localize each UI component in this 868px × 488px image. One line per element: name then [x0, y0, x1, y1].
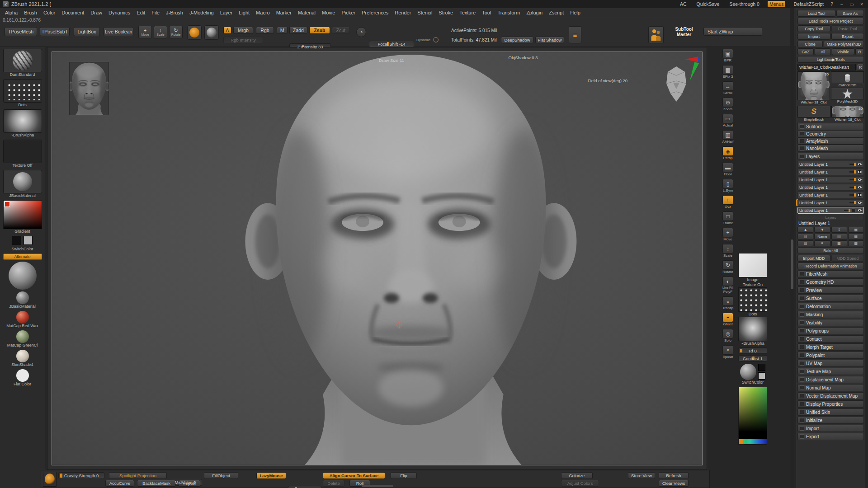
gravity-preview-icon[interactable] — [43, 472, 57, 487]
make-polymesh3d-button[interactable]: Make PolyMesh3D — [824, 41, 864, 47]
tray-switchcolor[interactable] — [758, 364, 765, 380]
layer-intensity-slider[interactable] — [849, 194, 856, 196]
restore-icon[interactable]: ▭ — [848, 1, 855, 7]
menu-item[interactable]: Alpha — [2, 9, 21, 16]
layer-tool-button[interactable]: ▦ — [848, 234, 864, 239]
right-shelf-button[interactable]: ▦ SPix 3 — [720, 65, 736, 79]
visibility-eye-icon[interactable] — [857, 178, 862, 181]
active-tool-r-button[interactable]: R — [857, 64, 864, 70]
alternate-toggle[interactable]: Alternate — [3, 253, 42, 260]
goz-visible-button[interactable]: Visible — [832, 48, 854, 55]
mdd-speed-button[interactable]: MDD Speed — [831, 255, 864, 262]
right-shelf-button[interactable]: ▥ AAHalf — [720, 130, 736, 144]
stroke-slot[interactable]: Dots — [737, 287, 769, 317]
layer-tool-button[interactable]: ▦ — [848, 240, 864, 246]
right-shelf-button[interactable]: ◓ Ghost — [720, 313, 736, 326]
adjust-colors-button[interactable]: Adjust Colors — [561, 480, 599, 487]
menu-item[interactable]: Help — [567, 9, 584, 16]
section-header[interactable]: Morph Target — [797, 343, 864, 351]
backfacemask-button[interactable]: BackfaceMask — [137, 480, 176, 487]
layer-tool-button[interactable]: ▤ — [831, 234, 847, 239]
document-area[interactable] — [52, 52, 703, 465]
slider-knob[interactable] — [740, 349, 742, 352]
switch-color[interactable]: SwitchColor — [3, 236, 42, 252]
layer-tool-button[interactable]: ⇧ — [831, 227, 847, 233]
right-shelf-button[interactable]: ◐ Line Fill PolyF — [720, 277, 736, 294]
menu-item[interactable]: Transform — [494, 9, 523, 16]
menu-item[interactable]: Light — [236, 9, 253, 16]
section-header[interactable]: Export — [797, 433, 864, 440]
start-zwrap-button[interactable]: Start ZWrap — [703, 27, 762, 36]
spotlight-projection-button[interactable]: Spotlight Projection — [109, 472, 167, 479]
texture-on-label[interactable]: Texture On — [737, 282, 769, 287]
visibility-eye-icon[interactable] — [857, 163, 862, 166]
right-shelf-button[interactable]: ▣ BPR — [720, 49, 736, 62]
menu-item[interactable]: Render — [392, 9, 414, 16]
menu-item[interactable]: Color — [40, 9, 58, 16]
section-header[interactable]: Polypaint — [797, 352, 864, 359]
rgb-button[interactable]: Rgb — [256, 27, 274, 34]
menu-item[interactable]: Preferences — [359, 9, 392, 16]
texture-slot[interactable]: Image Texture On — [737, 253, 769, 287]
menu-item[interactable]: Brush — [21, 9, 40, 16]
alpha-selector[interactable]: ~BrushAlpha — [3, 109, 42, 138]
clear-views-button[interactable]: Clear Views — [659, 480, 689, 487]
layer-row[interactable]: Untitled Layer 1 — [797, 207, 864, 214]
section-header[interactable]: Texture Map — [797, 368, 864, 375]
sculpt-head-render[interactable] — [52, 52, 702, 465]
menu-item[interactable]: File — [148, 9, 163, 16]
load-tool-button[interactable]: Load Tool — [797, 10, 835, 17]
scale-button[interactable]: ↕ Scale — [154, 26, 167, 38]
copy-tool-button[interactable]: Copy Tool — [797, 25, 830, 32]
tool-palette-scrollbar[interactable] — [790, 8, 794, 488]
right-shelf-button[interactable]: □ Frame — [720, 211, 736, 225]
right-shelf-button[interactable]: ▬ Floor — [720, 163, 736, 176]
visibility-eye-icon[interactable] — [857, 209, 862, 212]
fillobject-button[interactable]: FillObject — [204, 472, 238, 479]
color-picker[interactable]: Gradient — [3, 200, 42, 234]
texture-selector[interactable]: Texture Off — [3, 140, 42, 168]
section-header[interactable]: Import — [797, 425, 864, 432]
field-of-view-slider[interactable]: Field of view(deg) 20 — [582, 77, 633, 84]
simplebrush-thumb[interactable]: S SimpleBrush — [797, 106, 830, 122]
rgb-intensity-slider[interactable]: Rgb Intensity — [223, 37, 263, 43]
layer-row[interactable]: Untitled Layer 1 — [797, 199, 864, 206]
right-shelf-button[interactable]: + Move — [720, 228, 736, 241]
minimize-icon[interactable]: – — [838, 1, 845, 7]
material-preview[interactable] — [3, 262, 42, 290]
section-header[interactable]: Visibility — [797, 319, 864, 326]
layer-strength-slider[interactable]: Layers — [797, 215, 864, 220]
right-shelf-button[interactable]: ▭ Actual — [720, 114, 736, 127]
menu-item[interactable]: Zscript — [546, 9, 567, 16]
visibility-eye-icon[interactable] — [857, 201, 862, 204]
right-shelf-button[interactable]: ▯ L.Sym — [720, 179, 736, 192]
accucurve-button[interactable]: AccuCurve — [105, 480, 134, 487]
tposemesh-button[interactable]: TPoseMesh — [5, 27, 37, 36]
tray-material-sphere[interactable] — [740, 364, 756, 380]
layer-row[interactable]: Untitled Layer 1 — [797, 169, 864, 175]
titlebar-button[interactable]: AC — [678, 1, 689, 7]
menu-item[interactable]: Macro — [253, 9, 273, 16]
section-header[interactable]: Display Properties — [797, 400, 864, 408]
bottom-scrollbar-nub[interactable] — [362, 485, 393, 487]
material-item[interactable]: Flat Color — [3, 369, 42, 387]
section-header[interactable]: Unified Skin — [797, 408, 864, 416]
section-header[interactable]: Deformation — [797, 303, 864, 310]
contrast-slider[interactable]: Contrast 1 — [738, 355, 767, 361]
mrgb-button[interactable]: Mrgb — [233, 27, 253, 34]
visibility-eye-icon[interactable] — [857, 186, 862, 189]
section-header[interactable]: Polygroups — [797, 327, 864, 334]
secondary-color-swatch[interactable] — [24, 236, 33, 245]
colorize-button[interactable]: Colorize — [561, 472, 593, 479]
rotate-button[interactable]: ↻ Rotate — [169, 26, 183, 38]
right-shelf-button[interactable]: × Xpose — [720, 345, 736, 359]
goz-r-button[interactable]: R — [855, 48, 864, 55]
store-view-button[interactable]: Store View — [628, 472, 655, 479]
help-icon[interactable]: ? — [828, 1, 835, 7]
layer-tool-button[interactable]: ▦ — [831, 240, 847, 246]
brush-selector[interactable]: DamStandard — [3, 49, 42, 77]
layer-intensity-slider[interactable] — [844, 210, 850, 211]
focal-compass-icon[interactable]: ◔ — [356, 27, 366, 37]
material-selector[interactable]: JBasicMaterial — [3, 170, 42, 198]
color-gradient-picker[interactable] — [738, 387, 767, 445]
